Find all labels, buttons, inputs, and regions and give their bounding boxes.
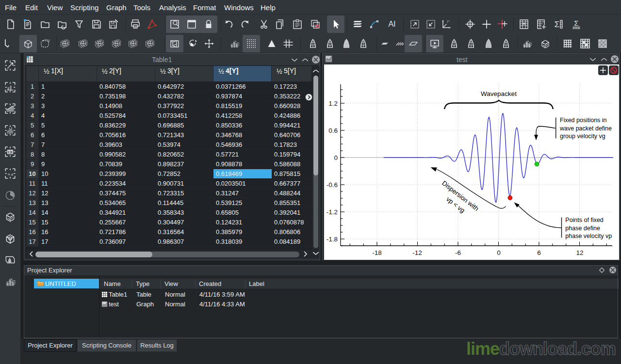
svg-text:0: 0 bbox=[497, 249, 501, 256]
svg-text:0: 0 bbox=[334, 154, 338, 161]
svg-text:phase define: phase define bbox=[565, 225, 600, 232]
svg-text:Wavepacket: Wavepacket bbox=[481, 90, 517, 97]
svg-text:-0.6: -0.6 bbox=[327, 181, 338, 189]
svg-text:0.6: 0.6 bbox=[328, 127, 338, 134]
svg-text:-1.2: -1.2 bbox=[327, 208, 338, 216]
svg-text:-12: -12 bbox=[412, 249, 422, 256]
svg-text:Σ: Σ bbox=[555, 20, 560, 29]
svg-text:Points of fixed: Points of fixed bbox=[565, 217, 604, 223]
svg-text:group velocity vg: group velocity vg bbox=[560, 133, 605, 140]
svg-text:wave packet define: wave packet define bbox=[559, 125, 612, 132]
svg-text:12: 12 bbox=[576, 249, 583, 256]
svg-text:AI: AI bbox=[388, 20, 395, 28]
svg-text:-1.8: -1.8 bbox=[327, 236, 338, 243]
svg-text:Fixed positions in: Fixed positions in bbox=[560, 117, 607, 124]
svg-text:-6: -6 bbox=[455, 249, 461, 256]
svg-text:phase velocity vp: phase velocity vp bbox=[565, 233, 612, 239]
svg-text:Σ: Σ bbox=[574, 19, 578, 27]
svg-text:1.2: 1.2 bbox=[328, 100, 338, 107]
svg-text:6: 6 bbox=[537, 249, 541, 256]
svg-text:-18: -18 bbox=[372, 249, 382, 256]
